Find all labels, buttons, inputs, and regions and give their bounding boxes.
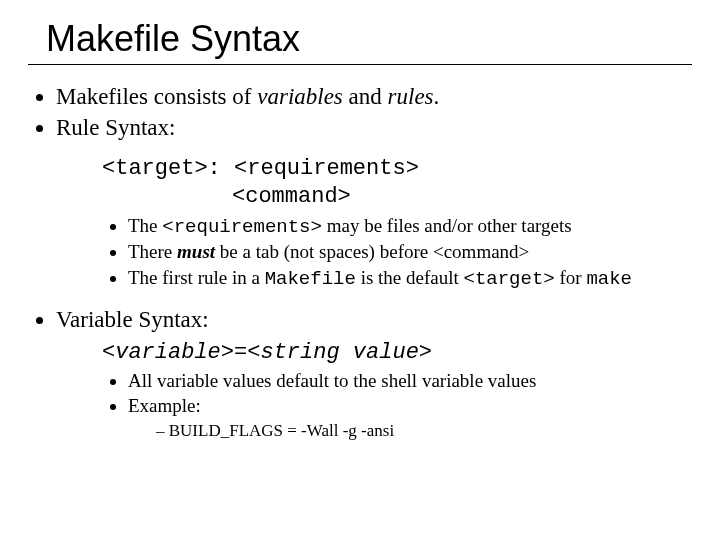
rs2-must: must xyxy=(177,241,215,262)
variable-syntax-code: <variable>=<string value> xyxy=(102,337,692,368)
b1-mid: and xyxy=(343,84,388,109)
rs3-pre: The first rule in a xyxy=(128,267,265,288)
rs3-mk: Makefile xyxy=(265,268,356,290)
rs3-mid: is the default xyxy=(356,267,464,288)
bullet-3: Variable Syntax: xyxy=(56,306,692,335)
page-title: Makefile Syntax xyxy=(46,18,692,62)
rs3-make: make xyxy=(586,268,632,290)
slide: Makefile Syntax Makefiles consists of va… xyxy=(0,0,720,540)
rs1-pre: The xyxy=(128,215,162,236)
rs3-code: <target> xyxy=(464,268,555,290)
rs1-code: <requirements> xyxy=(162,216,322,238)
rule-syntax-code: <target>: <requirements> <command> xyxy=(102,155,692,212)
rule-subbullets: The <requirements> may be files and/or o… xyxy=(128,214,692,292)
b1-rules: rules xyxy=(388,84,434,109)
var-sub-2: Example: BUILD_FLAGS = -Wall -g -ansi xyxy=(128,394,692,443)
example-line: BUILD_FLAGS = -Wall -g -ansi xyxy=(156,420,692,442)
var-subbullets: All variable values default to the shell… xyxy=(128,369,692,442)
b1-pre: Makefiles consists of xyxy=(56,84,257,109)
title-wrap: Makefile Syntax xyxy=(46,18,692,62)
bullet-1: Makefiles consists of variables and rule… xyxy=(56,83,692,112)
example-list: BUILD_FLAGS = -Wall -g -ansi xyxy=(156,420,692,442)
rule-sub-2: There must be a tab (not spaces) before … xyxy=(128,240,692,265)
rule-code-line1: <target>: <requirements> xyxy=(102,155,692,184)
rs3-post: for xyxy=(555,267,587,288)
bullet-2: Rule Syntax: xyxy=(56,114,692,143)
rule-sub-3: The first rule in a Makefile is the defa… xyxy=(128,266,692,292)
rs2-post: be a tab (not spaces) before <command> xyxy=(215,241,529,262)
var-sub-1: All variable values default to the shell… xyxy=(128,369,692,394)
rs1-post: may be files and/or other targets xyxy=(322,215,572,236)
b1-post: . xyxy=(434,84,440,109)
vs2-label: Example: xyxy=(128,395,201,416)
b1-variables: variables xyxy=(257,84,343,109)
rule-code-line2: <command> xyxy=(232,183,692,212)
rs2-pre: There xyxy=(128,241,177,262)
bullet-list-1: Makefiles consists of variables and rule… xyxy=(56,83,692,143)
title-rule xyxy=(28,64,692,65)
bullet-list-2: Variable Syntax: xyxy=(56,306,692,335)
var-code-line: <variable>=<string value> xyxy=(102,340,432,365)
rule-sub-1: The <requirements> may be files and/or o… xyxy=(128,214,692,240)
